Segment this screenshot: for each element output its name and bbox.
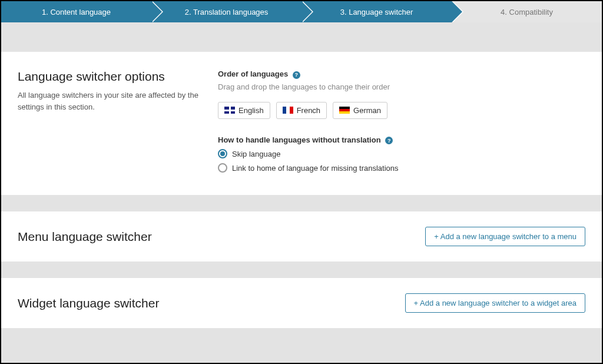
- wizard-step[interactable]: 1. Content language: [1, 1, 151, 22]
- language-chip-label: French: [297, 106, 320, 115]
- options-panel-body: Order of languages ? Drag and drop the l…: [218, 70, 585, 177]
- order-label-text: Order of languages: [218, 70, 288, 78]
- missing-label-text: How to handle languages without translat…: [218, 135, 381, 144]
- language-chip[interactable]: German: [333, 102, 387, 119]
- order-label: Order of languages ?: [218, 70, 585, 79]
- widget-switcher-panel: Widget language switcher + Add a new lan…: [1, 278, 602, 328]
- spacer: [1, 262, 602, 278]
- radio-option[interactable]: Link to home of language for missing tra…: [218, 163, 585, 173]
- spacer: [1, 195, 602, 211]
- help-icon[interactable]: ?: [293, 71, 300, 79]
- radio-icon: [218, 163, 227, 173]
- language-chip[interactable]: French: [276, 102, 327, 119]
- flag-icon: [283, 107, 293, 114]
- wizard-step[interactable]: 3. Language switcher: [302, 1, 452, 22]
- options-panel-header: Language switcher options All language s…: [18, 70, 200, 177]
- page-content: Language switcher options All language s…: [1, 22, 602, 364]
- language-chip[interactable]: English: [218, 102, 270, 119]
- add-menu-switcher-button[interactable]: + Add a new language switcher to a menu: [425, 227, 585, 246]
- missing-options: Skip languageLink to home of language fo…: [218, 149, 585, 173]
- order-hint: Drag and drop the languages to change th…: [218, 82, 585, 91]
- options-panel: Language switcher options All language s…: [1, 52, 602, 195]
- menu-switcher-title: Menu language switcher: [18, 230, 152, 244]
- flag-icon: [224, 107, 235, 114]
- help-icon[interactable]: ?: [385, 137, 393, 144]
- options-title: Language switcher options: [18, 70, 200, 84]
- menu-switcher-panel: Menu language switcher + Add a new langu…: [1, 211, 602, 262]
- radio-option[interactable]: Skip language: [218, 149, 585, 158]
- language-chips: EnglishFrenchGerman: [218, 102, 585, 119]
- add-widget-switcher-button[interactable]: + Add a new language switcher to a widge…: [405, 293, 585, 313]
- options-subtitle: All language switchers in your site are …: [18, 90, 200, 112]
- missing-label: How to handle languages without translat…: [218, 135, 585, 145]
- widget-switcher-title: Widget language switcher: [18, 296, 159, 310]
- radio-icon: [218, 149, 227, 158]
- radio-label: Link to home of language for missing tra…: [232, 164, 399, 173]
- language-chip-label: English: [238, 106, 264, 115]
- wizard-step[interactable]: 4. Compatibility: [452, 1, 602, 22]
- radio-label: Skip language: [232, 150, 280, 158]
- flag-icon: [339, 107, 350, 114]
- wizard-step[interactable]: 2. Translation languages: [151, 1, 302, 22]
- spacer: [1, 22, 602, 52]
- language-chip-label: German: [353, 106, 381, 115]
- wizard-steps: 1. Content language2. Translation langua…: [1, 1, 602, 22]
